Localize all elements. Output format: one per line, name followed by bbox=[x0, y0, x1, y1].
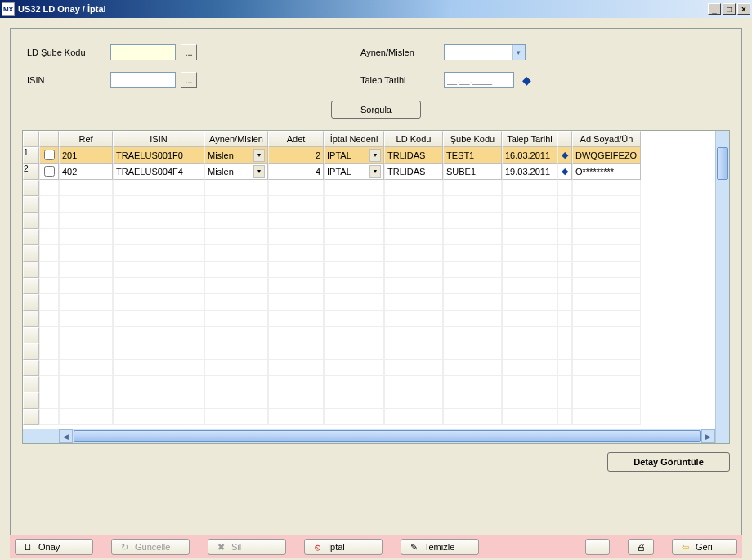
cell-talep bbox=[502, 409, 557, 425]
col-header-aynen-mislen[interactable]: Aynen/Mislen bbox=[204, 131, 268, 147]
cell-iptal bbox=[324, 392, 384, 409]
filter-form: LD Şube Kodu ... ISIN ... Aynen/Mislen ▾… bbox=[27, 43, 730, 89]
cell-isin[interactable]: TRAELUS004F4 bbox=[113, 164, 204, 180]
cell-am bbox=[204, 392, 268, 409]
chevron-down-icon[interactable]: ▾ bbox=[369, 165, 381, 178]
cell-am[interactable]: Mislen▾ bbox=[204, 147, 268, 164]
cell-iptal[interactable]: IPTAL▾ bbox=[324, 164, 384, 180]
cell-adet bbox=[268, 245, 324, 262]
cell-sube bbox=[443, 278, 502, 294]
chevron-down-icon[interactable]: ▾ bbox=[253, 149, 265, 162]
print-button[interactable]: 🖨 bbox=[628, 539, 654, 555]
cell-iptal bbox=[324, 409, 384, 425]
cell-icon[interactable]: ◆ bbox=[557, 147, 572, 164]
cell-sube bbox=[443, 245, 502, 262]
cell-ad[interactable]: Ö********* bbox=[572, 164, 641, 180]
cell-chk bbox=[39, 262, 59, 278]
talep-tarihi-input[interactable] bbox=[444, 72, 514, 88]
cell-chk bbox=[39, 392, 59, 409]
cell-talep[interactable]: 16.03.2011 bbox=[502, 147, 557, 164]
table-row[interactable]: 1201TRAELUS001F0Mislen▾2IPTAL▾TRLIDASTES… bbox=[23, 147, 715, 164]
cell-am[interactable]: Mislen▾ bbox=[204, 164, 268, 180]
calendar-icon[interactable]: ◆ bbox=[519, 73, 534, 87]
row-detail-icon[interactable]: ◆ bbox=[562, 150, 568, 160]
cell-am bbox=[204, 311, 268, 327]
isin-lookup-button[interactable]: ... bbox=[181, 72, 197, 88]
cell-adet[interactable]: 2 bbox=[268, 147, 324, 164]
col-header-ad-soyad[interactable]: Ad Soyad/Ün bbox=[572, 131, 641, 147]
aynen-mislen-select[interactable]: ▾ bbox=[444, 44, 526, 60]
cell-icon bbox=[557, 343, 572, 360]
cell-sube[interactable]: TEST1 bbox=[443, 147, 502, 164]
cell-adet[interactable]: 4 bbox=[268, 164, 324, 180]
cell-sube bbox=[443, 360, 502, 376]
onay-button[interactable]: 🗋 Onay bbox=[15, 539, 93, 555]
cell-talep[interactable]: 19.03.2011 bbox=[502, 164, 557, 180]
close-button[interactable]: × bbox=[737, 3, 750, 15]
cell-sube bbox=[443, 229, 502, 245]
temizle-button[interactable]: ✎ Temizle bbox=[401, 539, 479, 555]
col-header-iptal-nedeni[interactable]: İptal Nedeni bbox=[324, 131, 384, 147]
iptal-button[interactable]: ⦸ İptal bbox=[304, 539, 383, 555]
col-header-isin[interactable]: ISIN bbox=[113, 131, 204, 147]
cell-iptal[interactable]: IPTAL▾ bbox=[324, 147, 384, 164]
table-row bbox=[23, 376, 715, 392]
vscroll-thumb[interactable] bbox=[717, 147, 728, 180]
sil-button[interactable]: ✖ Sil bbox=[208, 539, 286, 555]
cell-ref bbox=[59, 360, 113, 376]
cell-ref bbox=[59, 213, 113, 229]
table-row bbox=[23, 343, 715, 360]
cell-ld[interactable]: TRLIDAS bbox=[384, 147, 443, 164]
ld-sube-kodu-input[interactable] bbox=[110, 44, 176, 60]
cell-talep bbox=[502, 343, 557, 360]
row-checkbox[interactable] bbox=[44, 166, 55, 177]
cell-ad[interactable]: DWQGEIFEZO bbox=[572, 147, 641, 164]
chevron-down-icon[interactable]: ▾ bbox=[369, 149, 381, 162]
ld-sube-kodu-lookup-button[interactable]: ... bbox=[181, 44, 197, 60]
cell-ld[interactable]: TRLIDAS bbox=[384, 164, 443, 180]
cell-ad bbox=[572, 360, 641, 376]
vertical-scrollbar[interactable] bbox=[715, 131, 729, 443]
cell-am bbox=[204, 343, 268, 360]
detay-goruntule-button[interactable]: Detay Görüntüle bbox=[607, 452, 730, 472]
cell-chk[interactable] bbox=[39, 147, 59, 164]
cell-sube[interactable]: SUBE1 bbox=[443, 164, 502, 180]
isin-input[interactable] bbox=[110, 72, 176, 88]
horizontal-scrollbar[interactable]: ◀ ▶ bbox=[23, 429, 715, 443]
sorgula-button[interactable]: Sorgula bbox=[331, 101, 421, 119]
cell-ld bbox=[384, 343, 443, 360]
row-number bbox=[23, 180, 39, 196]
col-header-talep-tarihi[interactable]: Talep Tarihi bbox=[502, 131, 557, 147]
chevron-down-icon[interactable]: ▾ bbox=[512, 45, 525, 60]
blank-button[interactable] bbox=[585, 539, 610, 555]
col-header-ref[interactable]: Ref bbox=[59, 131, 113, 147]
minimize-button[interactable]: _ bbox=[708, 3, 721, 15]
cell-ref bbox=[59, 262, 113, 278]
cell-isin[interactable]: TRAELUS001F0 bbox=[113, 147, 204, 164]
table-row[interactable]: 2402TRAELUS004F4Mislen▾4IPTAL▾TRLIDASSUB… bbox=[23, 164, 715, 180]
cell-icon[interactable]: ◆ bbox=[557, 164, 572, 180]
row-detail-icon[interactable]: ◆ bbox=[562, 166, 568, 177]
cell-chk bbox=[39, 327, 59, 343]
scroll-thumb[interactable] bbox=[74, 430, 701, 442]
chevron-down-icon[interactable]: ▾ bbox=[253, 165, 265, 178]
cell-icon bbox=[557, 196, 572, 213]
cell-chk bbox=[39, 229, 59, 245]
cell-icon bbox=[557, 294, 572, 311]
guncelle-button[interactable]: ↻ Güncelle bbox=[111, 539, 190, 555]
title-bar: MX US32 LD Onay / İptal _ □ × bbox=[0, 0, 752, 18]
maximize-button[interactable]: □ bbox=[723, 3, 736, 15]
col-header-sube-kodu[interactable]: Şube Kodu bbox=[443, 131, 502, 147]
aynen-mislen-label: Aynen/Mislen bbox=[360, 47, 439, 57]
cell-ref[interactable]: 402 bbox=[59, 164, 113, 180]
scroll-right-button[interactable]: ▶ bbox=[701, 429, 715, 443]
scroll-left-button[interactable]: ◀ bbox=[59, 429, 73, 443]
document-icon: 🗋 bbox=[22, 542, 34, 552]
col-header-adet[interactable]: Adet bbox=[268, 131, 324, 147]
row-checkbox[interactable] bbox=[44, 150, 55, 160]
row-number bbox=[23, 311, 39, 327]
geri-button[interactable]: ⇦ Geri bbox=[672, 539, 737, 555]
cell-ref[interactable]: 201 bbox=[59, 147, 113, 164]
col-header-ld-kodu[interactable]: LD Kodu bbox=[384, 131, 443, 147]
cell-chk[interactable] bbox=[39, 164, 59, 180]
